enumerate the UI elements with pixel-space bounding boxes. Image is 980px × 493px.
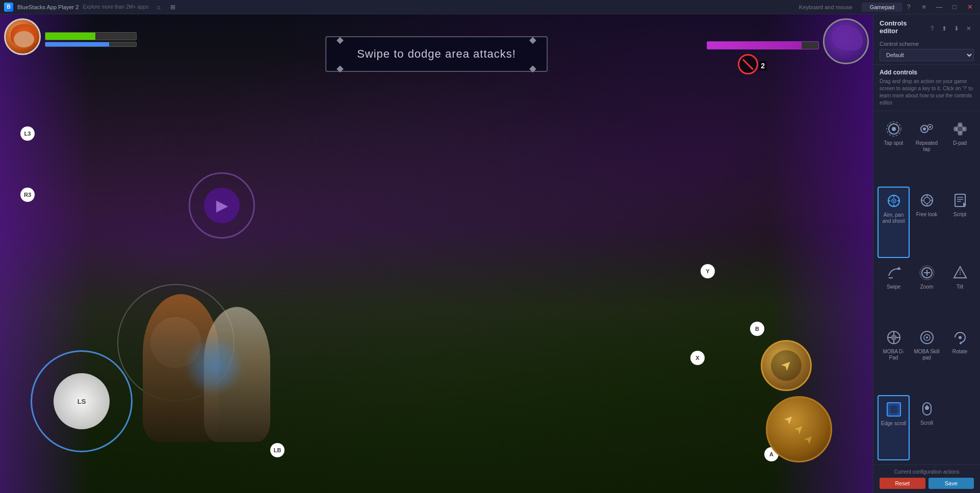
title-bar-nav: ⌂ ⊞ bbox=[152, 2, 179, 12]
svg-point-50 bbox=[926, 336, 928, 339]
add-controls-title: Add controls bbox=[880, 69, 974, 76]
add-controls-desc: Drag and drop an action on your game scr… bbox=[880, 78, 974, 107]
tab-gamepad[interactable]: Gamepad bbox=[862, 3, 902, 12]
avatar-face bbox=[14, 31, 34, 47]
game-message: Swipe to dodge area attacks! bbox=[357, 47, 516, 60]
controls-grid: Tap spot Repeated tap bbox=[873, 111, 980, 464]
scroll-icon bbox=[918, 400, 936, 418]
tap-spot-label: Tap spot bbox=[884, 140, 904, 146]
svg-point-24 bbox=[924, 197, 930, 203]
ctrl-moba-dpad[interactable]: MOBA D-Pad bbox=[878, 324, 910, 394]
help-button[interactable]: ? bbox=[902, 2, 915, 12]
svg-point-3 bbox=[892, 127, 896, 131]
zoom-icon bbox=[918, 264, 936, 282]
enemy-counter: 2 bbox=[759, 61, 767, 70]
svg-point-6 bbox=[923, 127, 926, 131]
panel-close-button[interactable]: ✕ bbox=[964, 23, 974, 34]
ctrl-aim-pan-shoot[interactable]: Aim, pan and shoot bbox=[878, 187, 910, 258]
mana-bar bbox=[45, 42, 137, 47]
rotate-icon bbox=[951, 328, 969, 347]
svg-rect-56 bbox=[887, 403, 900, 406]
svg-point-52 bbox=[959, 336, 962, 339]
a-button-arrows: ➤ ➤ ➤ bbox=[781, 411, 817, 448]
scheme-row-container: Control scheme Default bbox=[880, 41, 974, 61]
minimize-button[interactable]: — bbox=[933, 2, 945, 12]
enemy-health-container bbox=[707, 41, 819, 49]
free-look-label: Free look bbox=[916, 212, 938, 218]
panel-title: Controls editor bbox=[880, 19, 927, 35]
panel-header: Controls editor ? ⬆ ⬇ ✕ Control scheme D… bbox=[873, 14, 980, 65]
dpad-label: D-pad bbox=[953, 140, 967, 146]
multi-window-button[interactable]: ⊞ bbox=[167, 2, 179, 12]
b-button-circle[interactable]: ➤ bbox=[761, 340, 812, 391]
ctrl-repeated-tap[interactable]: Repeated tap bbox=[911, 115, 943, 186]
scheme-select[interactable]: Default bbox=[880, 49, 974, 61]
ctrl-swipe[interactable]: Swipe bbox=[878, 259, 910, 323]
config-label: Current configuration actions bbox=[880, 469, 974, 475]
ctrl-tilt[interactable]: Tilt bbox=[944, 259, 976, 323]
close-button[interactable]: ✕ bbox=[964, 2, 976, 12]
ctrl-scroll[interactable]: Scroll bbox=[911, 395, 943, 460]
panel-help-button[interactable]: ? bbox=[927, 23, 937, 34]
free-look-icon bbox=[918, 191, 936, 210]
lb-label: LB bbox=[270, 443, 285, 457]
moba-dpad-icon bbox=[885, 328, 903, 347]
ctrl-moba-skill-pad[interactable]: MOBA Skill pad bbox=[911, 324, 943, 394]
tab-keyboard[interactable]: Keyboard and mouse bbox=[791, 3, 861, 12]
maximize-button[interactable]: □ bbox=[948, 2, 961, 12]
game-top-bar: ◆ ◆ ◆ ◆ Swipe to dodge area attacks! bbox=[4, 18, 869, 64]
diamond-tr: ◆ bbox=[529, 34, 536, 45]
tab-bar: Keyboard and mouse Gamepad bbox=[791, 3, 902, 12]
title-bar: B BlueStacks App Player 2 Explore more t… bbox=[0, 0, 980, 14]
title-bar-left: B BlueStacks App Player 2 Explore more t… bbox=[4, 2, 791, 12]
blue-glow bbox=[189, 340, 240, 391]
a-button-circle[interactable]: ➤ ➤ ➤ bbox=[766, 396, 832, 462]
b-label: B bbox=[750, 322, 764, 336]
home-button[interactable]: ⌂ bbox=[152, 2, 165, 12]
tilt-label: Tilt bbox=[957, 284, 963, 290]
r3-label: R3 bbox=[20, 188, 35, 202]
script-icon bbox=[951, 191, 969, 210]
moba-skill-pad-icon bbox=[918, 328, 936, 347]
repeated-tap-label: Repeated tap bbox=[913, 140, 940, 152]
ctrl-rotate[interactable]: Rotate bbox=[944, 324, 976, 394]
ctrl-edge-scroll[interactable]: Edge scroll bbox=[878, 395, 910, 460]
ctrl-free-look[interactable]: Free look bbox=[911, 187, 943, 258]
moba-skill-pad-label: MOBA Skill pad bbox=[913, 349, 940, 361]
control-scheme-row: Default bbox=[880, 49, 974, 61]
svg-point-43 bbox=[891, 335, 896, 340]
repeated-tap-icon bbox=[918, 120, 936, 138]
ls-joystick-thumb[interactable]: LS bbox=[54, 373, 110, 429]
panel-header-icons: ? ⬆ ⬇ ✕ bbox=[927, 23, 974, 34]
moba-dpad-label: MOBA D-Pad bbox=[880, 349, 907, 361]
svg-point-8 bbox=[929, 126, 931, 128]
panel-footer: Current configuration actions Reset Save bbox=[873, 464, 980, 493]
panel-header-row: Controls editor ? ⬆ ⬇ ✕ bbox=[880, 19, 974, 38]
health-bar-container bbox=[45, 32, 137, 47]
diamond-bl: ◆ bbox=[337, 63, 344, 74]
ls-joystick-ring: LS bbox=[31, 350, 133, 452]
y-label: Y bbox=[701, 264, 715, 278]
no-symbol bbox=[738, 54, 758, 74]
x-label: X bbox=[690, 351, 705, 365]
menu-button[interactable]: ≡ bbox=[918, 2, 930, 12]
reset-button[interactable]: Reset bbox=[880, 478, 925, 489]
dpad-icon bbox=[951, 120, 969, 138]
ctrl-dpad[interactable]: D-pad bbox=[944, 115, 976, 186]
swipe-icon bbox=[885, 264, 903, 282]
swipe-label: Swipe bbox=[887, 284, 900, 290]
save-button[interactable]: Save bbox=[929, 478, 974, 489]
ctrl-zoom[interactable]: Zoom bbox=[911, 259, 943, 323]
b-button-arrow: ➤ bbox=[778, 357, 794, 373]
svg-point-22 bbox=[893, 200, 894, 201]
enemy-avatar-circle bbox=[823, 18, 869, 64]
footer-buttons: Reset Save bbox=[880, 478, 974, 489]
panel-import-button[interactable]: ⬇ bbox=[951, 23, 962, 34]
scheme-label: Control scheme bbox=[880, 41, 974, 47]
panel-share-button[interactable]: ⬆ bbox=[939, 23, 949, 34]
ctrl-script[interactable]: Script bbox=[944, 187, 976, 258]
diamond-br: ◆ bbox=[529, 63, 536, 74]
ctrl-tap-spot[interactable]: Tap spot bbox=[878, 115, 910, 186]
svg-rect-11 bbox=[958, 127, 962, 131]
player-avatar bbox=[4, 18, 137, 55]
